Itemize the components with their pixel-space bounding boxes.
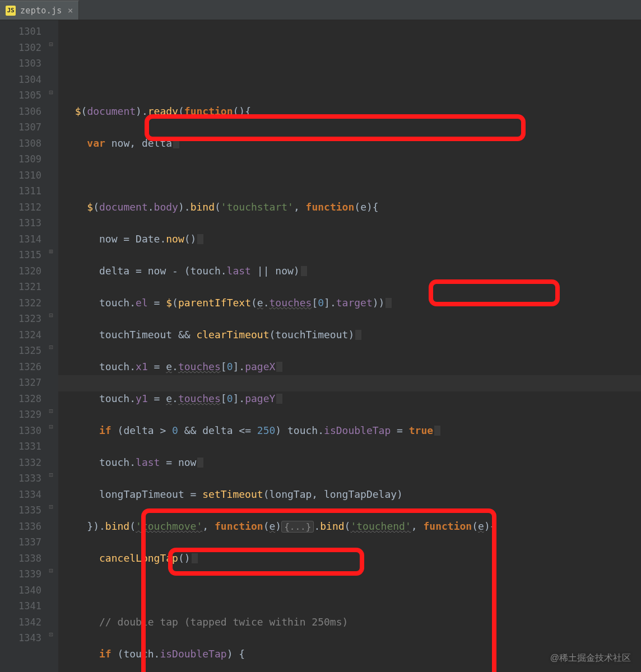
code-line: cancelLongTap() — [63, 550, 641, 567]
code-line — [63, 167, 641, 184]
fold-icon[interactable]: ⊞ — [47, 248, 55, 255]
line-number-gutter: 1301 1302 1303 1304 1305 1306 1307 1308 … — [0, 20, 45, 672]
code-editor[interactable]: 1301 1302 1303 1304 1305 1306 1307 1308 … — [0, 20, 641, 672]
code-line: var now, delta — [63, 136, 641, 152]
tab-filename: zepto.js — [20, 6, 62, 16]
fold-icon[interactable]: ⊟ — [47, 88, 55, 96]
fold-icon[interactable]: ⊡ — [47, 503, 55, 511]
tab-bar: JS zepto.js × — [0, 0, 641, 20]
fold-column: ⊟ ⊟ ⊞ ⊟ ⊡ ⊡ ⊟ ⊡ ⊡ ⊟ ⊡ — [45, 20, 58, 672]
fold-icon[interactable]: ⊡ — [47, 631, 55, 638]
js-icon: JS — [6, 6, 16, 16]
fold-icon[interactable]: ⊟ — [47, 423, 55, 431]
code-line — [63, 582, 641, 599]
code-line: longTapTimeout = setTimeout(longTap, lon… — [63, 487, 641, 503]
code-line: touch.y1 = e.touches[0].pageY — [63, 391, 641, 407]
code-line: $(document).ready(function(){ — [63, 104, 641, 120]
file-tab[interactable]: JS zepto.js × — [0, 1, 79, 20]
fold-icon[interactable]: ⊡ — [47, 343, 55, 351]
close-icon[interactable]: × — [67, 5, 75, 16]
code-line: touch.x1 = e.touches[0].pageX — [63, 359, 641, 375]
watermark: @稀土掘金技术社区 — [550, 652, 631, 664]
fold-icon[interactable]: ⊟ — [47, 40, 55, 48]
fold-icon[interactable]: ⊡ — [47, 407, 55, 415]
code-line: // double tap (tapped twice within 250ms… — [63, 614, 641, 631]
code-line: delta = now - (touch.last || now) — [63, 263, 641, 279]
fold-icon[interactable]: ⊟ — [47, 311, 55, 319]
code-line: $(document.body).bind('touchstart', func… — [63, 199, 641, 216]
current-line-highlight — [58, 375, 641, 391]
code-area[interactable]: $(document).ready(function(){ var now, d… — [58, 20, 641, 672]
fold-icon[interactable]: ⊟ — [47, 567, 55, 575]
code-line: touchTimeout && clearTimeout(touchTimeou… — [63, 327, 641, 343]
code-line — [63, 72, 641, 88]
fold-icon[interactable]: ⊡ — [47, 471, 55, 479]
code-line: touch.last = now — [63, 455, 641, 471]
code-line: if (delta > 0 && delta <= 250) touch.isD… — [63, 423, 641, 439]
code-line: }).bind('touchmove', function(e){...}.bi… — [63, 519, 641, 535]
code-line: touch.el = $(parentIfText(e.touches[0].t… — [63, 295, 641, 311]
code-line: now = Date.now() — [63, 231, 641, 248]
folded-region[interactable]: {...} — [281, 521, 314, 533]
